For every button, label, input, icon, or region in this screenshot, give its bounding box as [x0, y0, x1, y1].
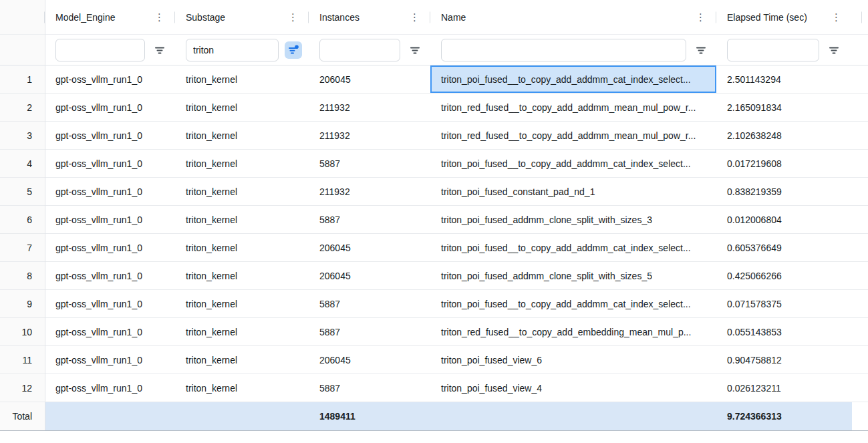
cell-model-engine[interactable]: gpt-oss_vllm_run1_0 — [45, 150, 175, 177]
cell-model-engine[interactable]: gpt-oss_vllm_run1_0 — [45, 262, 175, 289]
cell-substage[interactable]: triton_kernel — [175, 234, 309, 261]
filter-corner — [0, 35, 45, 65]
column-header-substage[interactable]: Substage ⋮ — [175, 0, 309, 34]
cell-name[interactable]: triton_poi_fused_view_4 — [430, 374, 716, 402]
cell-substage[interactable]: triton_kernel — [175, 65, 309, 93]
table-row: 2 gpt-oss_vllm_run1_0 triton_kernel 2119… — [0, 94, 868, 122]
filter-input-substage[interactable] — [186, 39, 279, 61]
pinned-column-divider — [45, 0, 45, 430]
column-header-name[interactable]: Name ⋮ — [430, 0, 716, 34]
total-instances: 1489411 — [309, 402, 430, 430]
filter-input-name[interactable] — [441, 39, 686, 61]
filter-funnel-button-active[interactable] — [285, 41, 302, 59]
cell-substage[interactable]: triton_kernel — [175, 122, 309, 149]
cell-model-engine[interactable]: gpt-oss_vllm_run1_0 — [45, 290, 175, 317]
cell-name[interactable]: triton_poi_fused__to_copy_add_addmm_cat_… — [430, 65, 716, 93]
table-row: 1 gpt-oss_vllm_run1_0 triton_kernel 2060… — [0, 65, 868, 94]
cell-instances[interactable]: 206045 — [309, 234, 430, 261]
column-menu-icon[interactable]: ⋮ — [284, 12, 302, 22]
cell-model-engine[interactable]: gpt-oss_vllm_run1_0 — [45, 346, 175, 374]
filter-funnel-icon — [829, 45, 839, 55]
cell-elapsed-time[interactable]: 0.605376649 — [716, 234, 868, 261]
cell-model-engine[interactable]: gpt-oss_vllm_run1_0 — [45, 374, 175, 402]
cell-name[interactable]: triton_poi_fused__to_copy_add_addmm_cat_… — [430, 290, 716, 317]
cell-model-engine[interactable]: gpt-oss_vllm_run1_0 — [45, 234, 175, 261]
filter-input-elapsed-time[interactable] — [727, 39, 819, 61]
cell-instances[interactable]: 206045 — [309, 262, 430, 289]
cell-instances[interactable]: 206045 — [309, 65, 430, 93]
cell-elapsed-time[interactable]: 0.012006804 — [716, 206, 868, 233]
cell-instances[interactable]: 211932 — [309, 94, 430, 121]
cell-substage[interactable]: triton_kernel — [175, 346, 309, 374]
cell-instances[interactable]: 206045 — [309, 346, 430, 374]
cell-name[interactable]: triton_red_fused__to_copy_add_addmm_mean… — [430, 122, 716, 149]
column-header-elapsed-time[interactable]: Elapsed Time (sec) ⋮ — [716, 0, 868, 34]
cell-elapsed-time[interactable]: 2.102638248 — [716, 122, 868, 149]
cell-model-engine[interactable]: gpt-oss_vllm_run1_0 — [45, 318, 175, 345]
cell-model-engine[interactable]: gpt-oss_vllm_run1_0 — [45, 206, 175, 233]
cell-name[interactable]: triton_poi_fused_addmm_clone_split_with_… — [430, 206, 716, 233]
cell-substage[interactable]: triton_kernel — [175, 206, 309, 233]
filter-funnel-button[interactable] — [692, 41, 710, 59]
cell-substage[interactable]: triton_kernel — [175, 290, 309, 317]
cell-instances[interactable]: 211932 — [309, 178, 430, 205]
cell-elapsed-time[interactable]: 0.425066266 — [716, 262, 868, 289]
cell-substage[interactable]: triton_kernel — [175, 262, 309, 289]
cell-instances[interactable]: 5887 — [309, 318, 430, 345]
filter-funnel-button[interactable] — [825, 41, 843, 59]
cell-elapsed-time[interactable]: 0.055143853 — [716, 318, 868, 345]
cell-name[interactable]: triton_poi_fused_view_6 — [430, 346, 716, 374]
cell-substage[interactable]: triton_kernel — [175, 178, 309, 205]
column-menu-icon[interactable]: ⋮ — [150, 12, 168, 22]
cell-elapsed-time[interactable]: 0.838219359 — [716, 178, 868, 205]
cell-name[interactable]: triton_red_fused__to_copy_add_addmm_mean… — [430, 94, 716, 121]
row-index: 11 — [0, 346, 45, 374]
cell-elapsed-time[interactable]: 0.904758812 — [716, 346, 868, 374]
cell-instances[interactable]: 5887 — [309, 150, 430, 177]
filter-funnel-button[interactable] — [406, 41, 424, 59]
table-row: 6 gpt-oss_vllm_run1_0 triton_kernel 5887… — [0, 206, 868, 234]
filter-funnel-button[interactable] — [151, 41, 168, 59]
column-header-model-engine[interactable]: Model_Engine ⋮ — [45, 0, 175, 34]
column-header-label: Name — [441, 12, 692, 23]
column-menu-icon[interactable]: ⋮ — [692, 12, 710, 22]
table-body: 1 gpt-oss_vllm_run1_0 triton_kernel 2060… — [0, 65, 868, 402]
cell-model-engine[interactable]: gpt-oss_vllm_run1_0 — [45, 65, 175, 93]
cell-model-engine[interactable]: gpt-oss_vllm_run1_0 — [45, 122, 175, 149]
table-row: 11 gpt-oss_vllm_run1_0 triton_kernel 206… — [0, 346, 868, 374]
cell-name[interactable]: triton_poi_fused__to_copy_add_addmm_cat_… — [430, 234, 716, 261]
cell-substage[interactable]: triton_kernel — [175, 374, 309, 402]
header-row: Model_Engine ⋮ Substage ⋮ Instances ⋮ Na… — [0, 0, 868, 35]
cell-substage[interactable]: triton_kernel — [175, 94, 309, 121]
column-menu-icon[interactable]: ⋮ — [406, 12, 424, 22]
table-row: 8 gpt-oss_vllm_run1_0 triton_kernel 2060… — [0, 262, 868, 290]
cell-instances[interactable]: 211932 — [309, 122, 430, 149]
cell-name[interactable]: triton_poi_fused_addmm_clone_split_with_… — [430, 262, 716, 289]
column-header-instances[interactable]: Instances ⋮ — [309, 0, 430, 34]
cell-model-engine[interactable]: gpt-oss_vllm_run1_0 — [45, 94, 175, 121]
cell-name[interactable]: triton_red_fused__to_copy_add_embedding_… — [430, 318, 716, 345]
filter-cell-model-engine — [45, 35, 175, 65]
cell-elapsed-time[interactable]: 2.501143294 — [716, 65, 868, 93]
cell-instances[interactable]: 5887 — [309, 374, 430, 402]
cell-elapsed-time[interactable]: 0.017219608 — [716, 150, 868, 177]
cell-name[interactable]: triton_poi_fused_constant_pad_nd_1 — [430, 178, 716, 205]
cell-elapsed-time[interactable]: 2.165091834 — [716, 94, 868, 121]
filter-input-instances[interactable] — [319, 39, 400, 61]
cell-instances[interactable]: 5887 — [309, 206, 430, 233]
cell-substage[interactable]: triton_kernel — [175, 150, 309, 177]
column-header-label: Model_Engine — [55, 12, 150, 23]
column-header-label: Instances — [319, 12, 406, 23]
row-index: 7 — [0, 234, 45, 261]
cell-instances[interactable]: 5887 — [309, 290, 430, 317]
cell-elapsed-time[interactable]: 0.026123211 — [716, 374, 868, 402]
cell-name[interactable]: triton_poi_fused__to_copy_add_addmm_cat_… — [430, 150, 716, 177]
row-index: 4 — [0, 150, 45, 177]
row-index: 3 — [0, 122, 45, 149]
filter-input-model-engine[interactable] — [55, 39, 145, 61]
cell-elapsed-time[interactable]: 0.071578375 — [716, 290, 868, 317]
table-row: 4 gpt-oss_vllm_run1_0 triton_kernel 5887… — [0, 150, 868, 178]
cell-substage[interactable]: triton_kernel — [175, 318, 309, 345]
cell-model-engine[interactable]: gpt-oss_vllm_run1_0 — [45, 178, 175, 205]
column-menu-icon[interactable]: ⋮ — [827, 12, 845, 22]
